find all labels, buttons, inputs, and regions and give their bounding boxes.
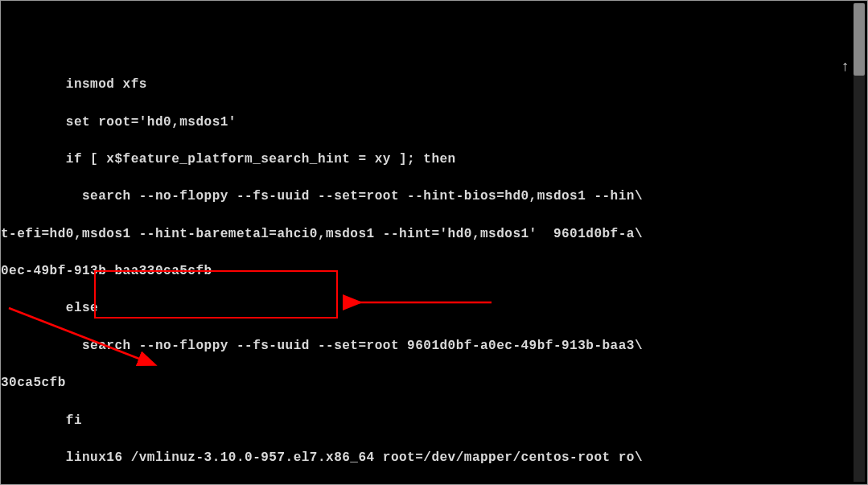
code-line: search --no-floppy --fs-uuid --set=root …	[1, 337, 867, 356]
code-line: insmod xfs	[1, 76, 867, 94]
code-line: t-efi=hd0,msdos1 --hint-baremetal=ahci0,…	[1, 225, 867, 244]
code-line: if [ x$feature_platform_search_hint = xy…	[1, 150, 867, 169]
code-line: linux16 /vmlinuz-3.10.0-957.el7.x86_64 r…	[1, 449, 867, 467]
code-line: set root='hd0,msdos1'	[1, 113, 867, 132]
code-line: fi	[1, 412, 867, 430]
code-line: 0ec-49bf-913b-baa330ca5cfb	[1, 262, 867, 281]
scrollbar-thumb[interactable]	[854, 3, 865, 76]
scroll-up-indicator: ↑	[841, 59, 849, 75]
code-line: else	[1, 299, 867, 318]
code-line: 30ca5cfb	[1, 374, 867, 393]
grub-editor-content[interactable]: insmod xfs set root='hd0,msdos1' if [ x$…	[1, 1, 867, 485]
code-line: search --no-floppy --fs-uuid --set=root …	[1, 187, 867, 206]
